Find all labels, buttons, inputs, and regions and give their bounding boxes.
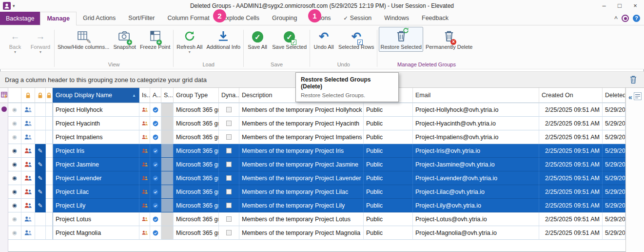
cell-description[interactable]: Members of the temporary Project Iris [239,144,364,158]
cell-group-display-name[interactable]: Project Hollyhock [53,103,139,117]
cell-created-on[interactable]: 2/25/2025 09:51 AM [539,171,603,185]
cell-email[interactable]: Project-Iris@ovh.ytria.io [413,144,539,158]
cell-group-display-name[interactable]: Project Impatiens [53,130,139,144]
header-visibility[interactable] [8,88,21,103]
header-group-display-name[interactable]: Group Display Name ▲ [53,88,139,103]
permanently-delete-button[interactable]: × Permanently Delete [424,27,474,52]
checkbox-icon[interactable] [226,148,232,153]
freeze-point-button[interactable]: + Freeze Point [138,27,172,52]
panel-toggle-icon[interactable] [1,106,7,112]
close-button[interactable]: × [627,0,643,11]
tab-sort-filter[interactable]: Sort/Filter [122,12,161,25]
minimize-button[interactable]: – [596,0,612,11]
cell-email[interactable]: Project-Jasmine@ovh.ytria.io [413,158,539,171]
checkbox-icon[interactable] [226,175,232,181]
cell-created-on[interactable]: 2/25/2025 09:51 AM [539,226,603,240]
cell-created-on[interactable]: 2/25/2025 09:51 AM [539,185,603,199]
cell-created-on[interactable]: 2/25/2025 09:51 AM [539,212,603,226]
row-select-icon[interactable]: ◉ [8,130,21,144]
row-select-icon[interactable]: ◉ [8,212,21,226]
maximize-button[interactable]: □ [612,0,627,11]
cell-description[interactable]: Members of the temporary Project Magnoli… [239,226,364,240]
cell-email[interactable]: Project-Lotus@ovh.ytria.io [413,212,539,226]
cell-deleted-on[interactable]: 5/29/2025 [603,117,625,130]
cell-description[interactable]: Members of the temporary Project Lotus [239,212,364,226]
cell-group-display-name[interactable]: Project Lotus [53,212,139,226]
cell-privacy[interactable]: Public [364,212,413,226]
cell-group-type[interactable]: Microsoft 365 group [174,130,219,144]
cell-privacy[interactable]: Public [364,185,413,199]
cell-email[interactable]: Project-Magnolia@ovh.ytria.io [413,226,539,240]
cell-email[interactable]: Project-Hollyhock@ovh.ytria.io [413,103,539,117]
cell-group-type[interactable]: Microsoft 365 group [174,185,219,199]
table-row[interactable]: ◉ Project Lotus Microsoft 365 group Memb… [8,212,625,226]
header-assigned[interactable]: A... [150,88,161,103]
restore-selected-button[interactable]: Restore Selected [379,27,423,52]
tab-grid-actions[interactable]: Grid Actions [77,12,122,25]
account-icon[interactable] [622,15,629,22]
dynamic-membership-checkbox[interactable] [219,171,239,185]
clear-grid-trash-icon[interactable] [629,75,637,85]
cell-privacy[interactable]: Public [364,130,413,144]
cell-created-on[interactable]: 2/25/2025 09:51 AM [539,130,603,144]
dynamic-membership-checkbox[interactable] [219,144,239,158]
cell-group-type[interactable]: Microsoft 365 group [174,158,219,171]
save-all-button[interactable]: ✓ Save All [245,27,270,52]
table-row[interactable]: ◉ Project Impatiens Microsoft 365 group … [8,130,625,144]
header-source[interactable]: S... [161,88,174,103]
table-row[interactable]: ◉ ✎ Project Jasmine Microsoft 365 group … [8,158,625,171]
cell-created-on[interactable]: 2/25/2025 09:51 AM [539,103,603,117]
cell-description[interactable]: Members of the temporary Project Lilac [239,185,364,199]
header-email[interactable]: Email [413,88,539,103]
cell-deleted-on[interactable]: 5/29/2025 [603,103,625,117]
header-group-type[interactable]: Group Type [174,88,219,103]
table-row[interactable]: ◉ ✎ Project Iris Microsoft 365 group Mem… [8,144,625,158]
cell-group-display-name[interactable]: Project Lilac [53,185,139,199]
cell-email[interactable]: Project-Lily@ovh.ytria.io [413,199,539,212]
checkbox-icon[interactable] [226,121,232,126]
cell-deleted-on[interactable]: 5/29/2025 [603,144,625,158]
checkbox-icon[interactable] [226,216,232,222]
cell-privacy[interactable]: Public [364,144,413,158]
additional-info-button[interactable]: Additional Info [205,27,242,52]
table-row[interactable]: ◉ Project Hyacinth Microsoft 365 group M… [8,117,625,130]
row-select-icon[interactable]: ◉ [8,103,21,117]
tab-backstage[interactable]: Backstage [0,12,40,25]
cell-group-display-name[interactable]: Project Lavender [53,171,139,185]
row-select-icon[interactable]: ◉ [8,199,21,212]
cell-group-type[interactable]: Microsoft 365 group [174,144,219,158]
cell-description[interactable]: Members of the temporary Project Impatie… [239,130,364,144]
help-icon[interactable]: ? [633,15,640,22]
cell-privacy[interactable]: Public [364,158,413,171]
tab-session[interactable]: ✓Session [337,12,378,25]
tab-windows[interactable]: Windows [378,12,415,25]
cell-group-display-name[interactable]: Project Lily [53,199,139,212]
row-select-icon[interactable]: ◉ [8,226,21,240]
expand-panel-icon[interactable]: « [628,94,632,101]
cell-created-on[interactable]: 2/25/2025 09:51 AM [539,117,603,130]
checkbox-icon[interactable] [226,189,232,194]
cell-email[interactable]: Project-Hyacinth@ovh.ytria.io [413,117,539,130]
save-selected-button[interactable]: ✓✓ Save Selected [271,27,308,52]
cell-deleted-on[interactable]: 5/29/2025 [603,185,625,199]
cell-deleted-on[interactable]: 5/29/2025 [603,171,625,185]
header-dynamic[interactable]: Dyna... [219,88,239,103]
row-select-icon[interactable]: ◉ [8,158,21,171]
cell-group-display-name[interactable]: Project Magnolia [53,226,139,240]
table-row[interactable]: ◉ Project Hollyhock Microsoft 365 group … [8,103,625,117]
cell-group-display-name[interactable]: Project Jasmine [53,158,139,171]
checkbox-icon[interactable] [226,107,232,112]
table-row[interactable]: ◉ ✎ Project Lily Microsoft 365 group Mem… [8,199,625,212]
cell-description[interactable]: Members of the temporary Project Hyacint… [239,117,364,130]
dynamic-membership-checkbox[interactable] [219,103,239,117]
cell-group-type[interactable]: Microsoft 365 group [174,117,219,130]
quick-access-caret-icon[interactable]: ▾ [13,3,15,8]
checkbox-icon[interactable] [226,134,232,140]
panel-list-icon[interactable] [634,92,642,102]
undo-all-button[interactable]: ↶ Undo All [312,27,336,52]
dynamic-membership-checkbox[interactable] [219,199,239,212]
cell-deleted-on[interactable]: 5/29/2025 [603,130,625,144]
row-select-icon[interactable]: ◉ [8,117,21,130]
cell-group-display-name[interactable]: Project Iris [53,144,139,158]
header-created-on[interactable]: Created On [539,88,603,103]
